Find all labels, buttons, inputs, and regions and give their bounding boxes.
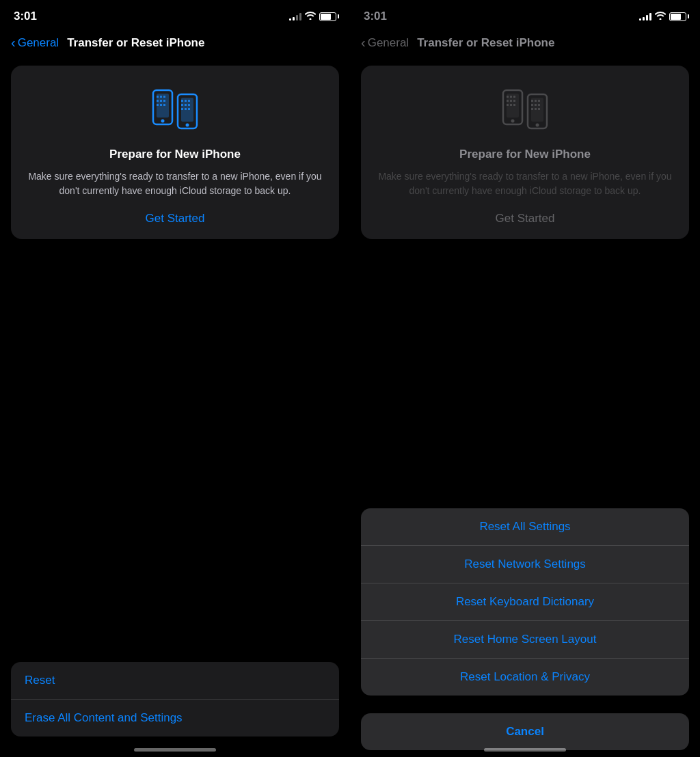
back-chevron-icon-right: ‹ [361, 35, 366, 51]
phone-transfer-icon-right [498, 82, 552, 137]
reset-home-screen-layout-item[interactable]: Reset Home Screen Layout [361, 621, 689, 659]
svg-rect-42 [531, 104, 533, 106]
svg-rect-45 [531, 108, 533, 110]
svg-rect-22 [185, 108, 187, 110]
right-status-bar: 3:01 [350, 0, 700, 30]
svg-rect-15 [181, 100, 183, 102]
left-status-bar: 3:01 [0, 0, 350, 30]
svg-rect-3 [157, 96, 159, 98]
wifi-icon [305, 12, 316, 22]
svg-rect-40 [535, 100, 537, 102]
left-nav-bar: ‹ General Transfer or Reset iPhone [0, 30, 350, 59]
svg-rect-33 [507, 104, 509, 106]
card-title-right: Prepare for New iPhone [459, 148, 591, 161]
svg-rect-31 [510, 100, 512, 102]
svg-rect-30 [507, 100, 509, 102]
svg-rect-34 [510, 104, 512, 106]
battery-icon-right [669, 12, 686, 21]
reset-item[interactable]: Reset [11, 662, 339, 700]
prepare-card-left: Prepare for New iPhone Make sure everyth… [11, 66, 339, 239]
back-label-right[interactable]: General [368, 36, 409, 50]
svg-rect-29 [513, 96, 515, 98]
right-nav-bar: ‹ General Transfer or Reset iPhone [350, 30, 700, 59]
reset-location-privacy-item[interactable]: Reset Location & Privacy [361, 659, 689, 696]
svg-rect-32 [513, 100, 515, 102]
svg-rect-5 [163, 96, 165, 98]
right-panel: 3:01 ‹ General Transfer or Reset iPhon [350, 0, 700, 757]
back-button[interactable]: ‹ General [11, 36, 59, 51]
svg-rect-19 [185, 104, 187, 106]
page-title-right: Transfer or Reset iPhone [417, 36, 554, 50]
back-label[interactable]: General [18, 36, 59, 50]
svg-rect-39 [531, 100, 533, 102]
svg-rect-10 [160, 104, 162, 106]
card-desc-right: Make sure everything's ready to transfer… [375, 169, 675, 198]
svg-rect-11 [163, 104, 165, 106]
svg-rect-7 [160, 100, 162, 102]
left-status-time: 3:01 [14, 10, 37, 23]
svg-rect-21 [181, 108, 183, 110]
svg-point-38 [536, 124, 539, 127]
reset-all-settings-item[interactable]: Reset All Settings [361, 508, 689, 546]
svg-rect-35 [513, 104, 515, 106]
back-button-right[interactable]: ‹ General [361, 36, 409, 51]
svg-rect-27 [507, 96, 509, 98]
left-panel: 3:01 ‹ General Transfer or Reset iPhon [0, 0, 350, 757]
wifi-icon-right [655, 12, 666, 22]
svg-rect-28 [510, 96, 512, 98]
svg-rect-47 [538, 108, 540, 110]
home-indicator-right [484, 748, 566, 752]
right-status-icons [639, 12, 686, 22]
svg-rect-43 [535, 104, 537, 106]
svg-rect-44 [538, 104, 540, 106]
svg-point-26 [511, 120, 515, 123]
home-indicator-left [134, 748, 216, 752]
get-started-button-right[interactable]: Get Started [496, 212, 555, 225]
card-title-left: Prepare for New iPhone [109, 148, 241, 161]
reset-network-settings-item[interactable]: Reset Network Settings [361, 546, 689, 583]
svg-rect-9 [157, 104, 159, 106]
right-status-time: 3:01 [364, 10, 387, 23]
card-desc-left: Make sure everything's ready to transfer… [25, 169, 325, 198]
get-started-button-left[interactable]: Get Started [146, 212, 205, 225]
left-status-icons [289, 12, 336, 22]
erase-item[interactable]: Erase All Content and Settings [11, 700, 339, 737]
reset-menu: Reset All Settings Reset Network Setting… [361, 508, 689, 696]
svg-rect-20 [188, 104, 190, 106]
svg-rect-17 [188, 100, 190, 102]
cancel-button[interactable]: Cancel [361, 713, 689, 750]
svg-rect-41 [538, 100, 540, 102]
back-chevron-icon: ‹ [11, 35, 16, 51]
svg-rect-18 [181, 104, 183, 106]
svg-rect-16 [185, 100, 187, 102]
signal-icon [289, 12, 301, 20]
page-title: Transfer or Reset iPhone [67, 36, 204, 50]
battery-icon [319, 12, 336, 21]
svg-rect-46 [535, 108, 537, 110]
reset-keyboard-dictionary-item[interactable]: Reset Keyboard Dictionary [361, 583, 689, 621]
svg-rect-23 [188, 108, 190, 110]
svg-rect-4 [160, 96, 162, 98]
svg-point-14 [186, 124, 189, 127]
svg-point-2 [161, 120, 165, 123]
phone-transfer-icon [148, 82, 202, 137]
prepare-card-right: Prepare for New iPhone Make sure everyth… [361, 66, 689, 239]
svg-rect-6 [157, 100, 159, 102]
bottom-menu-left: Reset Erase All Content and Settings [11, 662, 339, 737]
signal-icon-right [639, 12, 651, 20]
svg-rect-8 [163, 100, 165, 102]
